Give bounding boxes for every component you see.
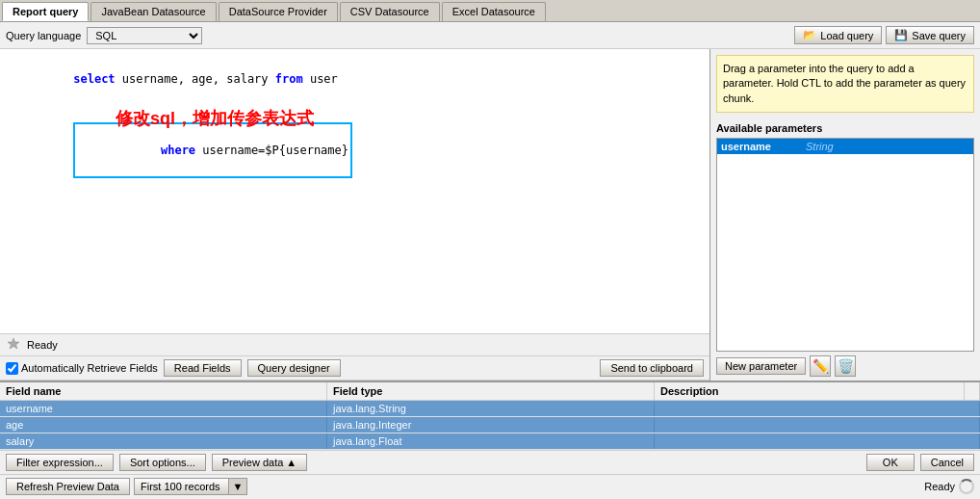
col-header-scroll — [965, 382, 980, 400]
auto-retrieve-label[interactable]: Automatically Retrieve Fields — [6, 362, 158, 375]
save-query-button[interactable]: 💾 Save query — [886, 26, 974, 44]
sql-table: user — [303, 72, 338, 86]
very-bottom-bar: Refresh Preview Data First 100 records ▼… — [0, 474, 980, 498]
field-type-2: java.lang.Float — [327, 433, 655, 449]
middle-area: select username, age, salary from user w… — [0, 49, 980, 381]
where-keyword: where — [161, 144, 195, 157]
sql-annotation: 修改sql，增加传参表达式 — [116, 107, 314, 130]
field-name-1: age — [0, 417, 327, 433]
from-keyword: from — [275, 72, 303, 86]
auto-retrieve-text: Automatically Retrieve Fields — [21, 362, 158, 374]
tab-javabean[interactable]: JavaBean Datasource — [90, 2, 216, 21]
field-desc-2 — [655, 433, 980, 449]
tab-excel[interactable]: Excel Datasource — [442, 2, 546, 21]
tab-bar: Report query JavaBean Datasource DataSou… — [0, 0, 980, 22]
right-panel: Drag a parameter into the query to add a… — [710, 49, 980, 381]
delete-param-button[interactable]: 🗑️ — [835, 355, 856, 377]
send-clipboard-button[interactable]: Send to clipboard — [600, 359, 704, 377]
editor-panel: select username, age, salary from user w… — [0, 49, 710, 381]
col-header-desc: Description — [655, 382, 965, 400]
table-row: username java.lang.String — [0, 401, 980, 417]
fields-section: Field name Field type Description userna… — [0, 381, 980, 450]
query-designer-button[interactable]: Query designer — [247, 359, 341, 377]
bottom-status: Ready — [924, 479, 974, 494]
sql-editor[interactable]: select username, age, salary from user w… — [0, 49, 709, 334]
new-param-button[interactable]: New parameter — [716, 357, 806, 375]
table-row: salary java.lang.Float — [0, 433, 980, 450]
editor-toolbar: Automatically Retrieve Fields Read Field… — [0, 356, 709, 381]
param-name: username — [721, 141, 798, 152]
field-type-0: java.lang.String — [327, 401, 655, 416]
records-dropdown-arrow[interactable]: ▼ — [228, 479, 247, 494]
tab-report-query[interactable]: Report query — [2, 2, 89, 21]
sql-line-2: where username=$P{username} — [4, 105, 706, 196]
refresh-preview-button[interactable]: Refresh Preview Data — [6, 478, 130, 495]
where-box: where username=$P{username} — [73, 122, 352, 178]
bottom-status-text: Ready — [924, 481, 955, 492]
load-query-button[interactable]: 📂 Load query — [794, 26, 882, 44]
main-container: Query language SQL HQL MDX 📂 Load query … — [0, 22, 980, 498]
spinner-icon — [959, 479, 974, 494]
field-desc-0 — [655, 401, 980, 416]
query-lang-select[interactable]: SQL HQL MDX — [87, 27, 202, 44]
load-icon: 📂 — [803, 29, 816, 41]
records-label: First 100 records — [135, 479, 226, 494]
field-desc-1 — [655, 417, 980, 433]
ok-button[interactable]: OK — [866, 454, 915, 471]
status-icon — [6, 337, 21, 353]
query-lang-row: Query language SQL HQL MDX 📂 Load query … — [0, 22, 980, 49]
cancel-button[interactable]: Cancel — [920, 454, 974, 471]
tab-datasource-provider[interactable]: DataSource Provider — [219, 2, 338, 21]
sql-condition: username=$P{username} — [195, 144, 348, 157]
read-fields-button[interactable]: Read Fields — [164, 359, 242, 377]
field-name-2: salary — [0, 433, 327, 449]
sql-fields: username, age, salary — [116, 72, 275, 86]
status-text: Ready — [27, 339, 58, 351]
params-list: username String — [716, 138, 974, 352]
table-row: age java.lang.Integer — [0, 417, 980, 433]
sort-options-button[interactable]: Sort options... — [119, 454, 206, 471]
bottom-toolbar: Filter expression... Sort options... Pre… — [0, 450, 980, 474]
param-type: String — [806, 141, 834, 152]
preview-arrow-icon: ▲ — [286, 457, 297, 468]
preview-data-button[interactable]: Preview data ▲ — [212, 454, 307, 471]
edit-param-button[interactable]: ✏️ — [810, 355, 831, 377]
fields-table: username java.lang.String age java.lang.… — [0, 401, 980, 450]
save-icon: 💾 — [894, 29, 908, 41]
filter-expr-button[interactable]: Filter expression... — [6, 454, 114, 471]
toolbar-right: 📂 Load query 💾 Save query — [794, 26, 974, 44]
param-row[interactable]: username String — [717, 139, 973, 154]
select-keyword: select — [73, 72, 115, 86]
params-label: Available parameters — [710, 118, 980, 138]
status-bar: Ready — [0, 334, 709, 356]
field-type-1: java.lang.Integer — [327, 417, 655, 433]
right-panel-footer: New parameter ✏️ 🗑️ — [710, 352, 980, 381]
query-lang-label: Query language — [6, 30, 81, 41]
fields-header: Field name Field type Description — [0, 382, 980, 401]
right-hint: Drag a parameter into the query to add a… — [716, 55, 974, 113]
records-select[interactable]: First 100 records ▼ — [134, 478, 247, 495]
sql-line-1: select username, age, salary from user — [4, 53, 706, 105]
field-name-0: username — [0, 401, 327, 416]
auto-retrieve-checkbox[interactable] — [6, 362, 18, 375]
tab-csv[interactable]: CSV Datasource — [340, 2, 440, 21]
col-header-name: Field name — [0, 382, 327, 400]
col-header-type: Field type — [327, 382, 655, 400]
